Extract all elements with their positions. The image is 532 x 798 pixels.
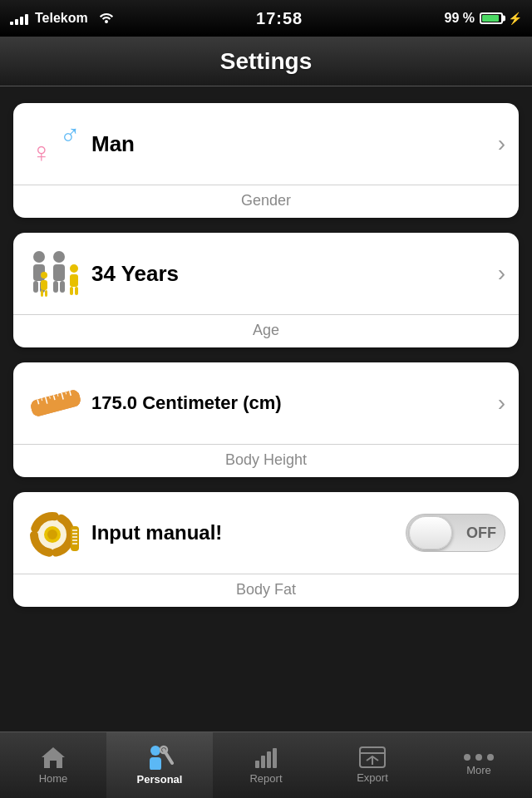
svg-rect-45 xyxy=(273,748,277,768)
svg-rect-44 xyxy=(267,751,271,768)
tab-more-label: More xyxy=(466,764,491,776)
svg-rect-13 xyxy=(41,280,47,290)
carrier-label: Telekom xyxy=(35,11,88,26)
svg-rect-7 xyxy=(60,281,65,293)
bodyfat-value: Input manual! xyxy=(85,521,406,544)
tab-home-label: Home xyxy=(39,772,68,785)
svg-point-8 xyxy=(70,264,78,273)
svg-rect-5 xyxy=(53,264,65,281)
svg-rect-43 xyxy=(261,756,265,768)
bodyfat-row[interactable]: Input manual! OFF xyxy=(13,492,519,574)
personal-icon xyxy=(145,745,174,770)
svg-rect-39 xyxy=(150,757,161,770)
status-time: 17:58 xyxy=(256,9,303,28)
settings-list: ♂ ♀ Man › Gender xyxy=(0,86,532,732)
toggle-state-label: OFF xyxy=(466,525,496,542)
page-title: Settings xyxy=(220,48,312,75)
bodyfat-footer: Body Fat xyxy=(13,574,519,607)
status-left: Telekom xyxy=(10,10,115,27)
gender-chevron-icon: › xyxy=(498,131,505,157)
bodyfat-icon xyxy=(27,504,85,562)
height-footer: Body Height xyxy=(13,445,519,477)
svg-point-38 xyxy=(150,746,160,756)
tab-home[interactable]: Home xyxy=(0,732,106,798)
svg-rect-9 xyxy=(70,274,78,287)
height-chevron-icon: › xyxy=(498,390,505,416)
status-bar: Telekom 17:58 99 % ⚡ xyxy=(0,0,532,37)
tab-personal-label: Personal xyxy=(137,773,183,786)
svg-rect-14 xyxy=(41,290,43,297)
age-icon xyxy=(27,244,85,303)
charging-icon: ⚡ xyxy=(508,12,522,25)
wifi-icon xyxy=(98,10,115,27)
battery-percent: 99 % xyxy=(445,11,475,26)
status-right: 99 % ⚡ xyxy=(445,11,522,26)
svg-point-4 xyxy=(53,251,65,263)
signal-bars-icon xyxy=(10,12,28,25)
toggle-knob xyxy=(409,516,452,549)
svg-rect-15 xyxy=(45,290,47,297)
gender-card[interactable]: ♂ ♀ Man › Gender xyxy=(13,103,519,218)
home-icon xyxy=(41,746,66,769)
svg-rect-42 xyxy=(255,761,259,768)
gender-value: Man xyxy=(85,131,498,157)
bodyfat-toggle[interactable]: OFF xyxy=(406,514,505,552)
age-chevron-icon: › xyxy=(498,260,505,287)
tab-report-label: Report xyxy=(249,772,282,785)
tab-export[interactable]: Export xyxy=(319,732,426,798)
battery-icon xyxy=(480,12,503,24)
svg-rect-17 xyxy=(29,389,81,418)
gender-footer: Gender xyxy=(13,185,519,218)
svg-rect-11 xyxy=(75,287,78,295)
tab-bar: Home Personal Report Export xyxy=(0,732,532,798)
more-dots-icon xyxy=(464,754,494,761)
height-icon xyxy=(27,374,85,432)
tab-personal[interactable]: Personal xyxy=(106,732,213,798)
tab-report[interactable]: Report xyxy=(213,732,319,798)
gender-icon: ♂ ♀ xyxy=(27,115,85,173)
svg-point-12 xyxy=(41,272,47,278)
svg-rect-6 xyxy=(53,281,58,293)
female-symbol: ♀ xyxy=(31,136,52,169)
age-footer: Age xyxy=(13,315,519,347)
page-header: Settings xyxy=(0,37,532,86)
svg-rect-2 xyxy=(33,281,38,293)
male-symbol: ♂ xyxy=(60,119,81,151)
age-row[interactable]: 34 Years › xyxy=(13,233,519,314)
tab-export-label: Export xyxy=(357,771,388,784)
svg-point-0 xyxy=(33,251,45,263)
svg-marker-37 xyxy=(42,747,65,768)
height-value: 175.0 Centimeter (cm) xyxy=(85,392,498,414)
gender-row[interactable]: ♂ ♀ Man › xyxy=(13,103,519,185)
toggle-switch[interactable]: OFF xyxy=(406,514,505,552)
report-icon xyxy=(254,746,278,769)
svg-point-30 xyxy=(47,530,57,539)
bodyfat-card[interactable]: Input manual! OFF Body Fat xyxy=(13,492,519,607)
height-row[interactable]: 175.0 Centimeter (cm) › xyxy=(13,362,519,444)
age-value: 34 Years xyxy=(85,261,498,287)
svg-rect-10 xyxy=(70,287,73,295)
age-card[interactable]: 34 Years › Age xyxy=(13,233,519,347)
export-icon xyxy=(359,746,386,768)
height-card[interactable]: 175.0 Centimeter (cm) › Body Height xyxy=(13,362,519,477)
tab-more[interactable]: More xyxy=(426,732,532,798)
